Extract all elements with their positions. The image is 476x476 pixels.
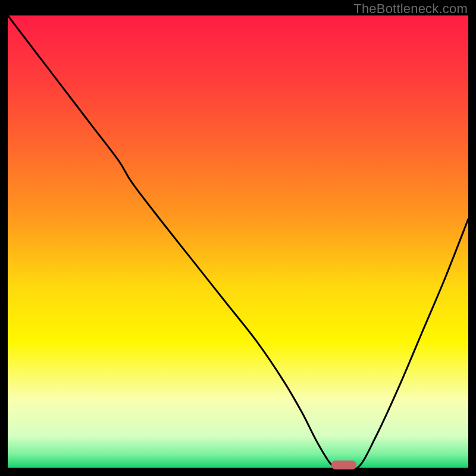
optimal-marker — [331, 461, 356, 469]
watermark-text: TheBottleneck.com — [353, 1, 468, 17]
bottleneck-chart — [8, 15, 468, 468]
chart-background — [8, 15, 468, 468]
chart-frame — [8, 15, 468, 468]
